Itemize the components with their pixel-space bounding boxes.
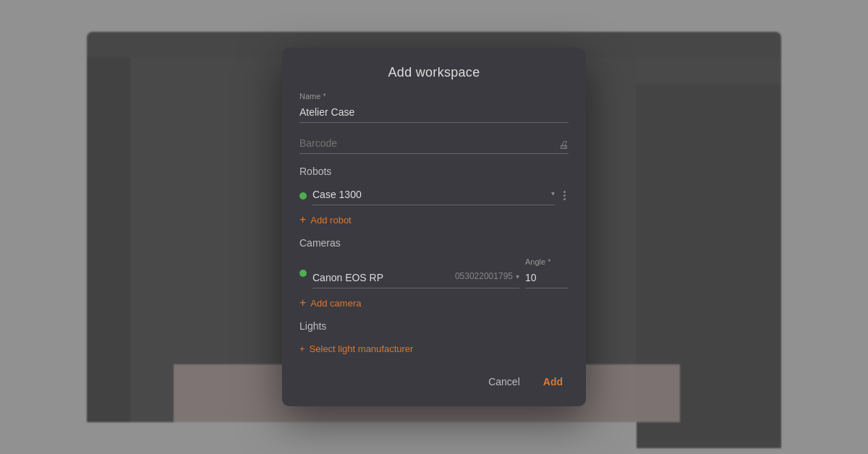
add-robot-label: Add robot [310,215,351,226]
angle-input[interactable] [525,269,569,288]
camera-row-content: Canon EOS RP 053022001795 ▾ Angle * [312,257,569,288]
add-camera-button[interactable]: + Add camera [299,294,361,312]
add-robot-plus-icon: + [299,214,306,226]
camera-status-dot [299,270,307,277]
angle-label: Angle * [525,257,569,266]
add-workspace-modal: Add workspace Name * 🖨 Robots Case 1300 [282,48,586,406]
lights-section-title: Lights [299,320,569,332]
add-robot-button[interactable]: + Add robot [299,211,352,228]
camera-row: Canon EOS RP 053022001795 ▾ Angle * [299,257,569,288]
add-camera-label: Add camera [310,298,361,309]
barcode-input[interactable] [299,134,569,154]
camera-dropdown[interactable]: Canon EOS RP [312,269,452,283]
modal-footer: Cancel Add [282,357,586,392]
add-button[interactable]: Add [537,372,569,392]
name-label: Name * [299,92,569,100]
name-input[interactable] [299,103,569,123]
robot-row: Case 1300 ▾ [299,186,569,205]
robots-section-title: Robots [299,166,569,177]
print-icon[interactable]: 🖨 [558,139,569,150]
camera-dropdown-wrapper: Canon EOS RP 053022001795 ▾ [312,269,519,288]
modal-title: Add workspace [282,48,586,92]
barcode-input-wrapper: 🖨 [299,134,569,154]
barcode-field-group: 🖨 [299,134,569,154]
cameras-section-title: Cameras [299,237,569,249]
cancel-button[interactable]: Cancel [482,372,526,392]
robots-section: Robots Case 1300 ▾ + Add robot [299,166,569,228]
select-light-manufacturer-button[interactable]: + Select light manufacturer [299,340,413,357]
camera-dropdown-arrow: ▾ [516,273,519,280]
lights-section: Lights + Select light manufacturer [299,320,569,357]
robot-dropdown[interactable]: Case 1300 [312,186,560,200]
camera-serial: 053022001795 [455,271,513,281]
robot-status-dot [299,192,307,200]
select-light-plus-icon: + [299,343,305,354]
robot-options-button[interactable] [561,188,569,203]
modal-body: Name * 🖨 Robots Case 1300 ▾ [282,92,586,357]
angle-group: Angle * [525,257,569,288]
name-field-group: Name * [299,92,569,123]
cameras-section: Cameras Canon EOS RP 053022001795 ▾ Angl… [299,237,569,312]
add-camera-plus-icon: + [299,297,306,309]
select-light-label: Select light manufacturer [310,343,414,354]
